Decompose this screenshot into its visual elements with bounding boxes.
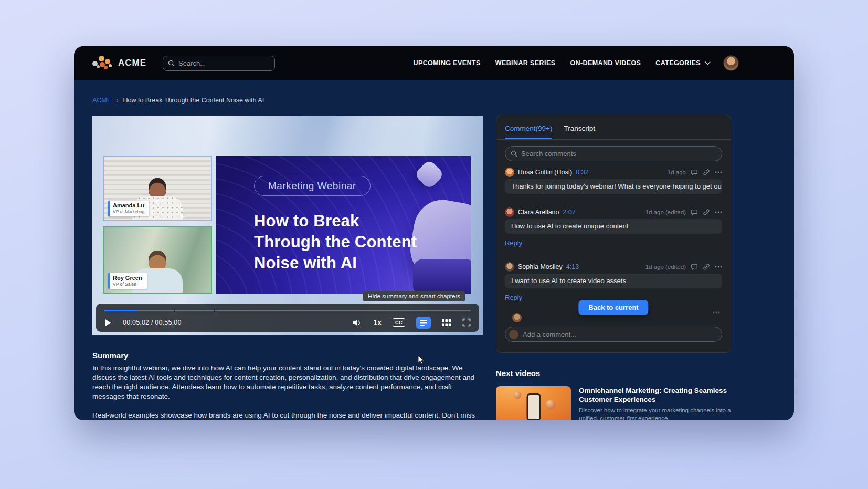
slide-title: How to Break Through the Content Noise w… xyxy=(254,211,417,274)
video-player[interactable]: Amanda Lu VP of Marketing Roy Green VP o… xyxy=(92,116,483,335)
slide-decor-shape-small xyxy=(414,159,444,190)
speaker-video-amanda: Amanda Lu VP of Marketing xyxy=(103,156,212,221)
navbar-links: UPCOMING EVENTS WEBINAR SERIES ON-DEMAND… xyxy=(413,55,739,71)
playback-speed-button[interactable]: 1x xyxy=(373,318,382,327)
panel-tabs: Comment(99+) Transcript xyxy=(505,124,722,139)
top-navbar: ACME UPCOMING EVENTS WEBINAR SERIES ON-D… xyxy=(74,46,794,80)
comment-text: Thanks for joining today's webinar! What… xyxy=(505,179,722,194)
presentation-slide: Marketing Webinar How to Break Through t… xyxy=(216,156,471,294)
comment-timestamp-link[interactable]: 2:07 xyxy=(563,209,576,216)
reply-bubble-icon[interactable] xyxy=(691,169,698,176)
thumbnail-decor xyxy=(514,391,521,399)
thumbnail-phone-illustration xyxy=(526,393,541,420)
speaker-name-tag-roy: Roy Green VP of Sales xyxy=(108,273,147,289)
nav-categories[interactable]: CATEGORIES xyxy=(655,59,711,67)
thumbnail-decor xyxy=(546,400,555,409)
comment-header: Rosa Griffin (Host) 0:32 1d ago xyxy=(505,168,722,177)
chevron-down-icon xyxy=(705,61,711,65)
chapter-marker xyxy=(174,309,175,312)
breadcrumb: ACME › How to Break Through the Content … xyxy=(92,96,264,104)
back-to-current-button[interactable]: Back to current xyxy=(578,300,648,315)
copy-link-icon[interactable] xyxy=(703,263,710,270)
reply-bubble-icon[interactable] xyxy=(691,209,698,216)
user-avatar[interactable] xyxy=(723,55,739,71)
play-button[interactable] xyxy=(104,319,111,327)
slide-badge: Marketing Webinar xyxy=(254,176,371,196)
next-videos-heading: Next videos xyxy=(496,369,540,378)
avatar xyxy=(505,262,514,272)
next-video-thumbnail[interactable] xyxy=(496,386,571,420)
chapters-grid-button[interactable] xyxy=(442,319,451,327)
transcript-toggle-tooltip: Hide summary and smart chapters xyxy=(363,291,465,301)
nav-on-demand-videos[interactable]: ON-DEMAND VIDEOS xyxy=(570,59,641,67)
controls-row: 00:05:02 / 00:55:00 1x CC xyxy=(104,315,471,330)
time-display: 00:05:02 / 00:55:00 xyxy=(123,319,182,326)
fullscreen-button[interactable] xyxy=(462,318,471,327)
tabs-divider xyxy=(496,139,731,140)
comment-search[interactable] xyxy=(505,146,722,161)
more-options-icon xyxy=(713,311,720,314)
comment-header: Clara Arellano 2:07 1d ago (edited) xyxy=(505,207,722,217)
more-options-icon[interactable] xyxy=(715,266,722,268)
next-video-info: Omnichannel Marketing: Creating Seamless… xyxy=(579,386,734,420)
seek-progress xyxy=(104,310,137,311)
breadcrumb-home-link[interactable]: ACME xyxy=(92,97,111,104)
breadcrumb-separator-icon: › xyxy=(116,96,118,104)
reply-link[interactable]: Reply xyxy=(505,239,522,247)
next-video-description: Discover how to integrate your marketing… xyxy=(579,407,734,420)
summary-heading: Summary xyxy=(92,351,128,360)
comment-search-input[interactable] xyxy=(521,150,716,158)
tab-transcript[interactable]: Transcript xyxy=(564,124,595,139)
next-video-card[interactable]: Omnichannel Marketing: Creating Seamless… xyxy=(496,386,737,420)
breadcrumb-current: How to Break Through the Content Noise w… xyxy=(123,97,264,104)
acme-logo-icon xyxy=(92,55,113,71)
captions-button[interactable]: CC xyxy=(393,318,405,327)
avatar xyxy=(505,207,514,217)
transcript-toggle-button[interactable] xyxy=(416,317,431,329)
slide-decor-pedestal xyxy=(413,259,471,294)
reply-bubble-icon[interactable] xyxy=(691,264,698,270)
comment-composer[interactable] xyxy=(505,327,722,342)
avatar xyxy=(512,313,522,322)
search-icon xyxy=(511,150,517,157)
global-search[interactable] xyxy=(163,56,275,71)
comment-text: I want to use AI to create video assets xyxy=(505,274,722,288)
speaker-name-tag-amanda: Amanda Lu VP of Marketing xyxy=(108,201,149,216)
app-window: ACME UPCOMING EVENTS WEBINAR SERIES ON-D… xyxy=(74,46,794,420)
avatar xyxy=(509,330,518,339)
comment-header: Sophia Mosiley 4:13 1d ago (edited) xyxy=(505,262,722,272)
more-options-icon[interactable] xyxy=(715,211,722,213)
comment-timestamp-link[interactable]: 0:32 xyxy=(576,169,588,176)
nav-upcoming-events[interactable]: UPCOMING EVENTS xyxy=(413,59,480,67)
summary-paragraph-1: In this insightful webinar, we dive into… xyxy=(92,363,483,401)
comment-timestamp-link[interactable]: 4:13 xyxy=(566,263,579,270)
chapter-marker xyxy=(214,309,215,312)
search-icon xyxy=(168,60,175,67)
avatar xyxy=(505,168,514,177)
seek-bar[interactable] xyxy=(104,310,471,311)
speaker-video-roy: Roy Green VP of Sales xyxy=(103,226,212,294)
more-options-icon[interactable] xyxy=(715,171,722,173)
search-input[interactable] xyxy=(178,59,270,67)
copy-link-icon[interactable] xyxy=(703,169,710,176)
volume-icon[interactable] xyxy=(353,319,362,327)
brand-logo[interactable]: ACME xyxy=(92,55,146,71)
add-comment-input[interactable] xyxy=(523,330,718,338)
comments-panel: Comment(99+) Transcript Rosa Griffin (Ho… xyxy=(496,115,731,353)
nav-webinar-series[interactable]: WEBINAR SERIES xyxy=(495,59,556,67)
copy-link-icon[interactable] xyxy=(703,209,710,216)
summary-paragraph-2: Real-world examples showcase how brands … xyxy=(92,411,483,420)
reply-link[interactable]: Reply xyxy=(505,294,522,301)
comment-text: How to use AI to create unique content xyxy=(505,219,722,234)
video-controls-bar: 00:05:02 / 00:55:00 1x CC xyxy=(96,304,479,332)
brand-name: ACME xyxy=(118,58,146,68)
tab-comments[interactable]: Comment(99+) xyxy=(505,124,552,139)
next-video-title[interactable]: Omnichannel Marketing: Creating Seamless… xyxy=(579,386,734,404)
